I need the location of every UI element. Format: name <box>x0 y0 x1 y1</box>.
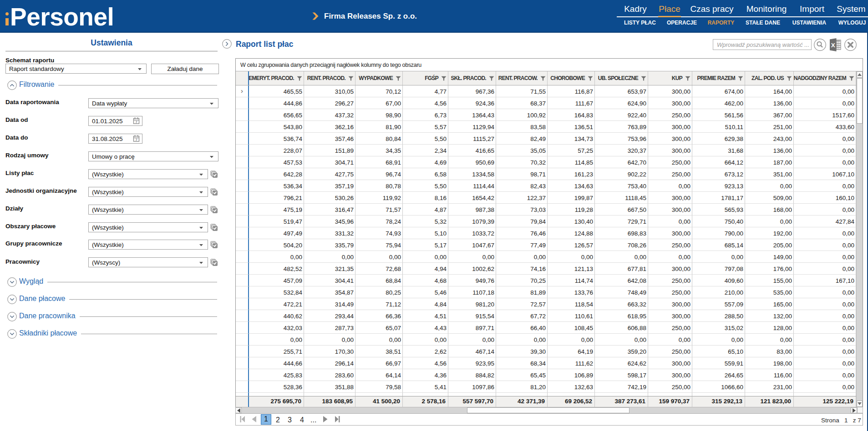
svg-text:X: X <box>831 42 835 49</box>
svg-text:7: 7 <box>135 120 137 124</box>
svg-text:7: 7 <box>135 138 137 142</box>
